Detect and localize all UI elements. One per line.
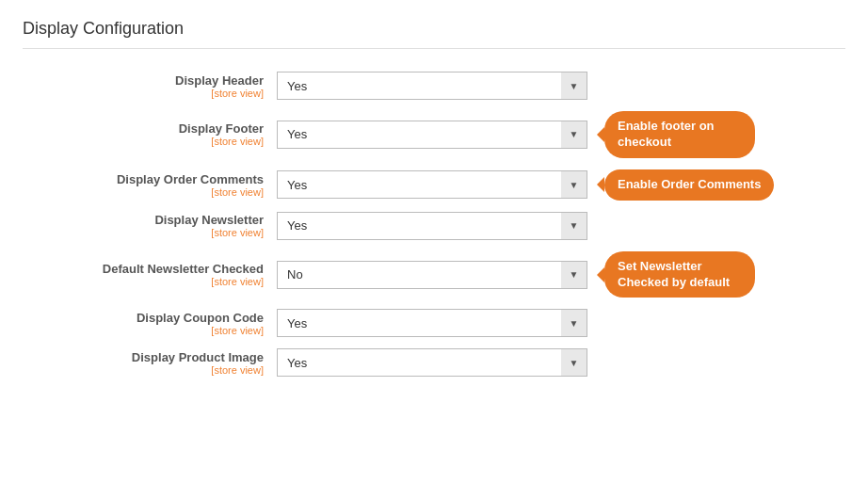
- select-wrapper-display-coupon-code: YesNo▼: [277, 309, 587, 337]
- select-wrapper-display-header: YesNo▼: [277, 72, 587, 100]
- form-row-display-newsletter: Display Newsletter[store view]YesNo▼: [23, 212, 845, 240]
- label-cell-display-coupon-code: Display Coupon Code[store view]: [23, 311, 277, 336]
- select-display-footer[interactable]: YesNo: [277, 121, 587, 149]
- store-view-label-display-order-comments: [store view]: [23, 186, 264, 198]
- label-cell-display-footer: Display Footer[store view]: [23, 121, 277, 147]
- store-view-label-default-newsletter-checked: [store view]: [23, 276, 264, 287]
- form-row-default-newsletter-checked: Default Newsletter Checked[store view]Ye…: [23, 251, 845, 298]
- form-row-display-header: Display Header[store view]YesNo▼: [23, 72, 845, 100]
- form-row-display-footer: Display Footer[store view]YesNo▼Enable f…: [23, 111, 845, 158]
- control-cell-default-newsletter-checked: YesNo▼Set Newsletter Checked by default: [277, 251, 845, 298]
- control-cell-display-newsletter: YesNo▼: [277, 212, 845, 240]
- tooltip-display-order-comments: Enable Order Comments: [604, 169, 774, 201]
- select-display-order-comments[interactable]: YesNo: [277, 170, 587, 199]
- label-cell-display-header: Display Header[store view]: [23, 73, 277, 99]
- field-label-display-header: Display Header: [23, 73, 264, 88]
- select-wrapper-display-order-comments: YesNo▼: [277, 170, 587, 199]
- tooltip-display-footer: Enable footer on checkout: [604, 111, 755, 158]
- control-cell-display-header: YesNo▼: [277, 72, 845, 100]
- select-default-newsletter-checked[interactable]: YesNo: [277, 261, 587, 289]
- label-cell-display-order-comments: Display Order Comments[store view]: [23, 172, 277, 198]
- control-cell-display-coupon-code: YesNo▼: [277, 309, 845, 337]
- select-wrapper-display-newsletter: YesNo▼: [277, 212, 587, 240]
- field-label-display-coupon-code: Display Coupon Code: [23, 311, 264, 325]
- form-row-display-order-comments: Display Order Comments[store view]YesNo▼…: [23, 169, 845, 201]
- select-display-coupon-code[interactable]: YesNo: [277, 309, 587, 337]
- select-wrapper-display-product-image: YesNo▼: [277, 348, 587, 377]
- page-title: Display Configuration: [23, 19, 845, 49]
- store-view-label-display-header: [store view]: [23, 88, 264, 99]
- control-cell-display-product-image: YesNo▼: [277, 348, 845, 377]
- select-display-header[interactable]: YesNo: [277, 72, 587, 100]
- form-row-display-product-image: Display Product Image[store view]YesNo▼: [23, 348, 845, 377]
- label-cell-display-product-image: Display Product Image[store view]: [23, 350, 277, 376]
- select-display-product-image[interactable]: YesNo: [277, 348, 587, 377]
- field-label-display-order-comments: Display Order Comments: [23, 172, 264, 186]
- store-view-label-display-newsletter: [store view]: [23, 227, 264, 238]
- field-label-display-newsletter: Display Newsletter: [23, 213, 264, 227]
- select-wrapper-display-footer: YesNo▼: [277, 121, 587, 149]
- control-cell-display-order-comments: YesNo▼Enable Order Comments: [277, 169, 845, 201]
- store-view-label-display-product-image: [store view]: [23, 364, 264, 376]
- label-cell-display-newsletter: Display Newsletter[store view]: [23, 213, 277, 238]
- store-view-label-display-coupon-code: [store view]: [23, 325, 264, 336]
- control-cell-display-footer: YesNo▼Enable footer on checkout: [277, 111, 845, 158]
- store-view-label-display-footer: [store view]: [23, 136, 264, 147]
- field-label-default-newsletter-checked: Default Newsletter Checked: [23, 262, 264, 276]
- form-row-display-coupon-code: Display Coupon Code[store view]YesNo▼: [23, 309, 845, 337]
- select-display-newsletter[interactable]: YesNo: [277, 212, 587, 240]
- field-label-display-product-image: Display Product Image: [23, 350, 264, 364]
- tooltip-default-newsletter-checked: Set Newsletter Checked by default: [604, 251, 755, 298]
- field-label-display-footer: Display Footer: [23, 121, 264, 136]
- label-cell-default-newsletter-checked: Default Newsletter Checked[store view]: [23, 262, 277, 287]
- select-wrapper-default-newsletter-checked: YesNo▼: [277, 261, 587, 289]
